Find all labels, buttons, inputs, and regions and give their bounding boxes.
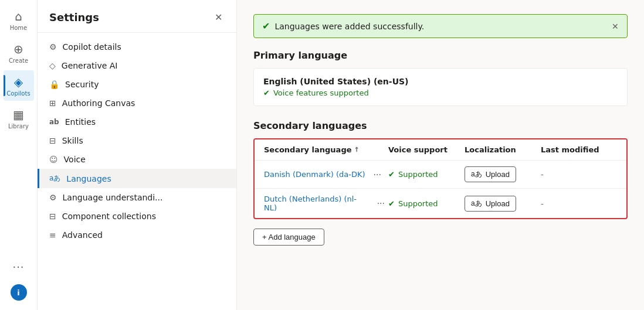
- col-header-voice-support: Voice support: [388, 145, 465, 154]
- voice-check-icon: ✔: [263, 88, 270, 97]
- nav-home[interactable]: ⌂ Home: [4, 5, 34, 35]
- more-options-button-2[interactable]: ···: [374, 197, 388, 210]
- skills-icon: ⊟: [49, 136, 56, 145]
- nav-generative-ai[interactable]: ◇ Generative AI: [38, 56, 236, 75]
- add-language-button[interactable]: + Add language: [253, 229, 324, 246]
- nav-advanced[interactable]: ≡ Advanced: [38, 226, 236, 244]
- nav-info-button[interactable]: i: [11, 284, 27, 301]
- nav-entities[interactable]: ab Entities: [38, 113, 236, 131]
- supported-check-icon-2: ✔: [388, 199, 395, 208]
- success-banner-left: ✔ Languages were added successfully.: [262, 21, 424, 32]
- upload-lang-icon-1: aあ: [471, 169, 482, 179]
- main-content: ✔ Languages were added successfully. ✕ P…: [237, 0, 644, 310]
- nav-more[interactable]: ···: [4, 251, 34, 282]
- localization-cell-1: aあ Upload: [465, 166, 541, 182]
- secondary-languages-table: Secondary language ↑ Voice support Local…: [253, 138, 628, 219]
- close-button[interactable]: ✕: [212, 9, 225, 25]
- nav-create[interactable]: ⊕ Create: [4, 38, 34, 68]
- settings-nav: ⚙ Copilot details ◇ Generative AI 🔒 Secu…: [38, 33, 236, 310]
- entities-icon: ab: [49, 118, 59, 126]
- supported-check-icon-1: ✔: [388, 170, 395, 179]
- success-banner: ✔ Languages were added successfully. ✕: [253, 14, 628, 38]
- upload-lang-icon-2: aあ: [471, 199, 482, 209]
- nav-library[interactable]: ▦ Library: [4, 103, 34, 134]
- authoring-canvas-icon: ⊞: [49, 98, 56, 108]
- language-link-1[interactable]: Danish (Denmark) (da-DK): [264, 170, 365, 179]
- last-modified-cell-1: -: [541, 170, 617, 179]
- nav-security[interactable]: 🔒 Security: [38, 75, 236, 94]
- success-banner-text: Languages were added successfully.: [274, 22, 424, 31]
- nav-voice[interactable]: ☺ Voice: [38, 150, 236, 169]
- nav-language-understanding[interactable]: ⚙ Language understandi...: [38, 188, 236, 207]
- voice-icon: ☺: [49, 155, 58, 164]
- component-collections-icon: ⊟: [49, 212, 56, 221]
- left-nav: ⌂ Home ⊕ Create ◈ Copilots ▦ Library ···…: [0, 0, 38, 310]
- nav-languages[interactable]: aあ Languages: [38, 169, 236, 188]
- more-options-button-1[interactable]: ···: [370, 168, 385, 181]
- security-icon: 🔒: [49, 80, 59, 89]
- settings-header: Settings ✕: [38, 0, 236, 33]
- language-cell-2: Dutch (Netherlands) (nl-NL) ···: [264, 195, 388, 212]
- language-understanding-icon: ⚙: [49, 193, 57, 202]
- settings-title: Settings: [49, 11, 99, 23]
- nav-component-collections[interactable]: ⊟ Component collections: [38, 207, 236, 226]
- language-cell-1: Danish (Denmark) (da-DK) ···: [264, 168, 388, 181]
- voice-support-cell-1: ✔ Supported: [388, 170, 465, 179]
- table-header: Secondary language ↑ Voice support Local…: [255, 139, 626, 161]
- voice-supported-label: ✔ Voice features supported: [263, 88, 618, 97]
- col-header-last-modified: Last modified: [541, 145, 617, 154]
- languages-icon: aあ: [49, 173, 60, 183]
- upload-button-1[interactable]: aあ Upload: [465, 166, 516, 182]
- primary-language-name: English (United States) (en-US): [263, 77, 618, 86]
- nav-skills[interactable]: ⊟ Skills: [38, 131, 236, 150]
- primary-language-title: Primary language: [253, 50, 628, 61]
- secondary-languages-title: Secondary languages: [253, 120, 628, 131]
- settings-panel: Settings ✕ ⚙ Copilot details ◇ Generativ…: [38, 0, 237, 310]
- banner-close-button[interactable]: ✕: [612, 22, 619, 31]
- nav-authoring-canvas[interactable]: ⊞ Authoring Canvas: [38, 94, 236, 113]
- copilot-details-icon: ⚙: [49, 42, 57, 52]
- advanced-icon: ≡: [49, 230, 56, 240]
- generative-ai-icon: ◇: [49, 61, 56, 70]
- col-header-localization: Localization: [465, 145, 541, 154]
- language-link-2[interactable]: Dutch (Netherlands) (nl-NL): [264, 195, 369, 212]
- table-row: Dutch (Netherlands) (nl-NL) ··· ✔ Suppor…: [255, 189, 626, 218]
- more-icon: ···: [12, 261, 24, 273]
- localization-cell-2: aあ Upload: [465, 196, 541, 212]
- upload-button-2[interactable]: aあ Upload: [465, 196, 516, 212]
- success-icon: ✔: [262, 21, 270, 32]
- home-icon: ⌂: [15, 9, 22, 23]
- nav-copilot-details[interactable]: ⚙ Copilot details: [38, 38, 236, 56]
- col-header-language: Secondary language ↑: [264, 145, 388, 154]
- copilots-icon: ◈: [14, 75, 23, 89]
- last-modified-cell-2: -: [541, 199, 617, 208]
- voice-support-cell-2: ✔ Supported: [388, 199, 465, 208]
- primary-language-card: English (United States) (en-US) ✔ Voice …: [253, 68, 628, 106]
- nav-copilots[interactable]: ◈ Copilots: [4, 70, 34, 101]
- sort-icon: ↑: [354, 146, 360, 154]
- table-row: Danish (Denmark) (da-DK) ··· ✔ Supported…: [255, 161, 626, 189]
- create-icon: ⊕: [13, 42, 23, 56]
- library-icon: ▦: [13, 108, 24, 122]
